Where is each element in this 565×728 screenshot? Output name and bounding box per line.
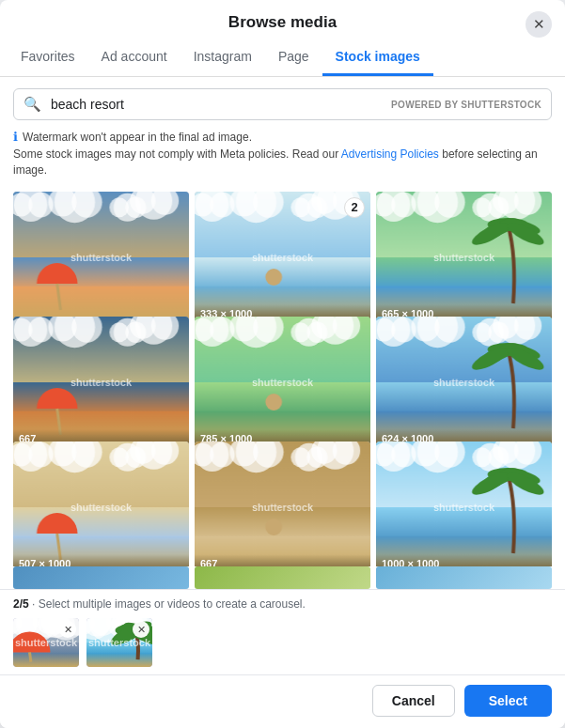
image-card-img2[interactable]: 333 × 10002 (195, 192, 370, 323)
info-bar: ℹ Watermark won't appear in the final ad… (0, 126, 565, 186)
image-dimensions: 667 (200, 558, 217, 566)
search-row: 🔍 POWERED BY SHUTTERSTOCK (13, 88, 552, 120)
selected-thumb-sel1: ✕ (13, 618, 79, 667)
image-canvas (13, 192, 189, 323)
search-icon: 🔍 (14, 96, 51, 113)
modal-header: Browse media ✕ (0, 0, 565, 32)
image-card-img8[interactable]: 667 (195, 441, 370, 566)
image-card-img1[interactable] (13, 192, 189, 323)
image-card-img5[interactable]: 785 × 1000 (195, 317, 370, 448)
action-row: Cancel Select (0, 674, 565, 728)
image-card-img9[interactable]: 1000 × 1000 (376, 441, 552, 566)
selection-count: 2/5 (13, 597, 29, 611)
image-canvas (13, 441, 189, 566)
policy-text: Some stock images may not comply with Me… (13, 147, 552, 178)
advertising-policies-link[interactable]: Advertising Policies (341, 147, 439, 161)
tab-stock-images[interactable]: Stock images (322, 39, 433, 76)
browse-media-modal: Browse media ✕ Favorites Ad account Inst… (0, 0, 565, 728)
partial-image-p3[interactable] (376, 566, 552, 589)
selected-thumb-sel2: ✕ (86, 618, 152, 667)
cancel-button[interactable]: Cancel (372, 685, 455, 717)
carousel-info-text: Select multiple images or videos to crea… (39, 597, 306, 611)
partial-image-p2[interactable] (195, 566, 370, 589)
partial-images-row (0, 566, 565, 589)
image-card-img6[interactable]: 624 × 1000 (376, 317, 552, 448)
remove-thumb-button[interactable]: ✕ (59, 621, 76, 638)
image-badge: 2 (344, 197, 365, 218)
image-canvas (195, 441, 370, 566)
image-canvas (376, 317, 552, 448)
close-button[interactable]: ✕ (526, 11, 552, 38)
partial-image-p1[interactable] (13, 566, 189, 589)
images-grid: 333 × 10002665 × 1000667785 × 1000624 × … (0, 186, 565, 566)
image-canvas (195, 317, 370, 448)
carousel-dot: · (32, 597, 39, 611)
search-input[interactable] (51, 89, 382, 119)
info-icon: ℹ (13, 130, 18, 144)
image-card-img7[interactable]: 507 × 1000 (13, 441, 189, 566)
remove-thumb-button[interactable]: ✕ (133, 621, 149, 638)
image-card-img3[interactable]: 665 × 1000 (376, 192, 552, 323)
select-button[interactable]: Select (464, 685, 552, 717)
image-dimensions: 507 × 1000 (19, 558, 71, 566)
tab-instagram[interactable]: Instagram (180, 39, 265, 76)
watermark-note-row: ℹ Watermark won't appear in the final ad… (13, 130, 552, 144)
image-card-img4[interactable]: 667 (13, 317, 189, 448)
image-canvas (376, 441, 552, 566)
selected-thumbs: ✕✕ (0, 614, 565, 674)
tab-ad-account[interactable]: Ad account (88, 39, 180, 76)
tab-page[interactable]: Page (265, 39, 322, 76)
image-dimensions: 1000 × 1000 (382, 558, 439, 566)
tabs-bar: Favorites Ad account Instagram Page Stoc… (0, 39, 565, 77)
modal-title: Browse media (228, 13, 337, 32)
tab-favorites[interactable]: Favorites (8, 39, 88, 76)
image-canvas (376, 192, 552, 323)
bottom-strip: 2/5 · Select multiple images or videos t… (0, 589, 565, 728)
powered-by-label: POWERED BY SHUTTERSTOCK (382, 100, 551, 110)
carousel-info: 2/5 · Select multiple images or videos t… (0, 590, 565, 614)
close-icon: ✕ (533, 16, 545, 33)
watermark-note: Watermark won't appear in the final ad i… (23, 131, 252, 144)
image-canvas (13, 317, 189, 448)
search-area: 🔍 POWERED BY SHUTTERSTOCK (0, 77, 565, 126)
